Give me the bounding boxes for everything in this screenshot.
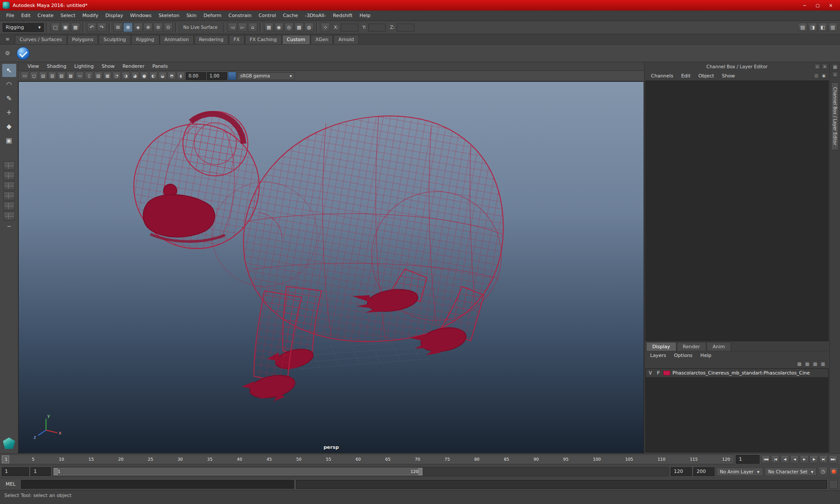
channel-box-menu-item[interactable]: Edit bbox=[677, 72, 694, 80]
textured-mode-icon[interactable]: ◕ bbox=[131, 72, 139, 80]
render-current-frame-icon[interactable]: ◉ bbox=[274, 23, 284, 32]
field-chart-icon[interactable]: ▩ bbox=[103, 72, 112, 80]
redo-icon[interactable]: ↷ bbox=[97, 23, 106, 32]
shelf-tab[interactable]: Animation bbox=[160, 35, 194, 44]
minimize-button[interactable]: ─ bbox=[798, 1, 811, 10]
gate-mask-icon[interactable]: ▨ bbox=[94, 72, 102, 80]
select-tool[interactable]: ↖ bbox=[2, 64, 16, 77]
menu-item[interactable]: Modify bbox=[79, 11, 102, 20]
menu-item[interactable]: Control bbox=[255, 11, 280, 20]
tool-settings-toggle-icon[interactable]: ◧ bbox=[818, 23, 827, 32]
render-settings-icon[interactable]: ▩ bbox=[294, 23, 304, 32]
add-layer-from-selected-icon[interactable]: ▨ bbox=[804, 361, 810, 367]
snap-to-view-planes-icon[interactable]: ⊚ bbox=[154, 23, 163, 32]
script-editor-icon[interactable] bbox=[829, 480, 838, 489]
range-slider-track[interactable]: 1 120 bbox=[52, 467, 669, 476]
hypershade-icon[interactable]: ◍ bbox=[304, 23, 314, 32]
layer-editor-menu-item[interactable]: Layers bbox=[646, 352, 670, 359]
shelf-tab[interactable]: Custom bbox=[282, 35, 310, 44]
lasso-select-tool[interactable]: ◠ bbox=[2, 78, 16, 91]
shelf-tab[interactable]: Curves / Surfaces bbox=[15, 35, 67, 44]
layout-persp-uv-button[interactable] bbox=[4, 212, 15, 220]
panel-float-icon[interactable]: ▫ bbox=[832, 71, 838, 77]
snap-to-curves-icon[interactable]: ⊛ bbox=[123, 23, 133, 32]
panel-menu-item[interactable]: Lighting bbox=[70, 63, 98, 70]
viewport-persp[interactable]: y x z persp bbox=[18, 81, 644, 453]
undo-icon[interactable]: ↶ bbox=[87, 23, 96, 32]
image-plane-icon[interactable]: ▥ bbox=[48, 72, 56, 80]
live-surface-field[interactable]: No Live Surface bbox=[180, 25, 221, 30]
shelf-tab[interactable]: Sculpting bbox=[98, 35, 130, 44]
move-layer-down-icon[interactable]: ▥ bbox=[820, 361, 826, 367]
time-slider-track[interactable]: 1510152025303540455055606570758085909510… bbox=[1, 455, 734, 464]
input-connections-icon[interactable]: ◅ bbox=[228, 23, 237, 32]
layer-editor-tab[interactable]: Anim bbox=[707, 342, 731, 351]
layer-editor-tab[interactable]: Render bbox=[677, 342, 706, 351]
layer-playback-toggle[interactable]: P bbox=[655, 371, 661, 375]
make-live-icon[interactable]: ⊙ bbox=[164, 23, 173, 32]
shelf-tab[interactable]: FX Caching bbox=[245, 35, 282, 44]
scale-tool[interactable]: ▣ bbox=[2, 134, 16, 147]
menu-item[interactable]: File bbox=[3, 11, 18, 20]
2d-pan-zoom-icon[interactable]: ▧ bbox=[57, 72, 66, 80]
layout-single-perspective-button[interactable] bbox=[4, 161, 15, 170]
menu-item[interactable]: Redshift bbox=[329, 11, 356, 20]
command-result-field[interactable] bbox=[296, 480, 827, 489]
color-management-icon[interactable] bbox=[228, 72, 236, 80]
maximize-button[interactable]: ▢ bbox=[811, 1, 824, 10]
ipr-render-icon[interactable]: ◎ bbox=[284, 23, 294, 32]
animation-start-field[interactable]: 1 bbox=[2, 467, 29, 476]
snap-to-grids-icon[interactable]: ⊞ bbox=[113, 23, 122, 32]
shelf-tab[interactable]: FX bbox=[229, 35, 245, 44]
current-frame-field[interactable]: 1 bbox=[736, 455, 760, 464]
menu-item[interactable]: Windows bbox=[126, 11, 155, 20]
command-input[interactable] bbox=[21, 480, 294, 489]
play-backwards-button[interactable]: ◀ bbox=[790, 455, 799, 464]
panel-menu-item[interactable]: Renderer bbox=[119, 63, 148, 70]
colorspace-dropdown[interactable]: sRGB gamma ▾ bbox=[237, 72, 295, 80]
playback-end-field[interactable]: 120 bbox=[671, 467, 692, 476]
close-panel-icon[interactable]: × bbox=[822, 63, 828, 70]
shelf-tab[interactable]: Rendering bbox=[194, 35, 228, 44]
attribute-editor-toggle-icon[interactable]: ◨ bbox=[808, 23, 817, 32]
render-view-icon[interactable]: ▦ bbox=[264, 23, 273, 32]
panel-menu-item[interactable]: Panels bbox=[148, 63, 172, 70]
rotate-tool[interactable]: ◆ bbox=[2, 120, 16, 133]
save-scene-icon[interactable]: ▦ bbox=[71, 23, 80, 32]
new-scene-icon[interactable]: ▢ bbox=[51, 23, 60, 32]
channel-box-toggle-icon[interactable]: ▥ bbox=[828, 23, 837, 32]
panel-menu-icon[interactable]: ▤ bbox=[832, 64, 838, 70]
play-forwards-button[interactable]: ▶ bbox=[800, 455, 808, 464]
layer-row[interactable]: V P Phascolarctos_Cinereus_mb_standart:P… bbox=[646, 369, 828, 378]
shelf-tab[interactable]: XGen bbox=[311, 35, 333, 44]
channel-box-menu-item[interactable]: Object bbox=[694, 72, 718, 80]
menu-item[interactable]: Create bbox=[34, 11, 57, 20]
koala-wireframe-model[interactable] bbox=[134, 112, 504, 402]
step-forward-frame-button[interactable]: ▶| bbox=[819, 455, 828, 464]
menu-item[interactable]: Constrain bbox=[225, 11, 255, 20]
character-set-dropdown[interactable]: No Character Set ▾ bbox=[765, 467, 817, 476]
panel-menu-item[interactable]: Show bbox=[98, 63, 119, 70]
layer-visibility-toggle[interactable]: V bbox=[648, 371, 653, 375]
shaded-mode-icon[interactable]: ◑ bbox=[122, 72, 130, 80]
shelf-tab[interactable]: Rigging bbox=[131, 35, 159, 44]
layer-editor-tab[interactable]: Display bbox=[646, 342, 676, 351]
z-input[interactable] bbox=[397, 24, 414, 32]
menu-item[interactable]: Edit bbox=[18, 11, 34, 20]
channel-box-menu-item[interactable]: Show bbox=[718, 72, 739, 80]
toolbox-collapse-button[interactable]: − bbox=[4, 223, 15, 230]
step-forward-key-button[interactable]: |▶ bbox=[809, 455, 818, 464]
range-slider-handle[interactable]: 1 120 bbox=[53, 468, 423, 476]
layer-color-swatch[interactable] bbox=[663, 371, 670, 375]
manip-state-icon[interactable]: ◇ bbox=[813, 73, 819, 79]
menu-item[interactable]: Skin bbox=[183, 11, 200, 20]
camera-attributes-icon[interactable]: ◻ bbox=[30, 72, 38, 80]
bookmarks-icon[interactable]: ▤ bbox=[39, 72, 47, 80]
exposure-field[interactable]: 0.00 bbox=[186, 72, 206, 80]
layer-editor-menu-item[interactable]: Options bbox=[670, 352, 696, 359]
modeling-toolkit-toggle-icon[interactable]: ▨ bbox=[798, 23, 807, 32]
go-to-end-button[interactable]: ▶▶| bbox=[829, 455, 837, 464]
grid-toggle-icon[interactable]: ▦ bbox=[66, 72, 75, 80]
step-back-frame-button[interactable]: |◀ bbox=[771, 455, 780, 464]
go-to-start-button[interactable]: |◀◀ bbox=[761, 455, 770, 464]
